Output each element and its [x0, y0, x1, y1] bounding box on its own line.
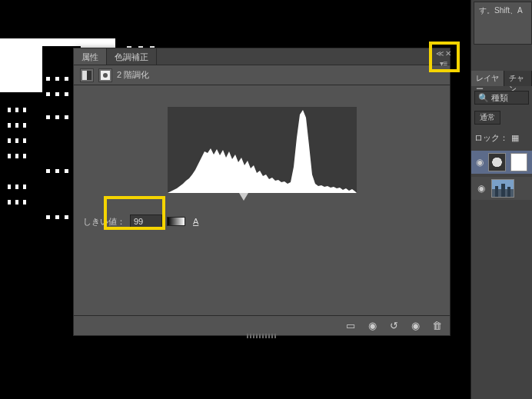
svg-rect-24	[23, 200, 26, 204]
svg-rect-35	[55, 169, 59, 173]
svg-rect-8	[15, 108, 18, 112]
svg-rect-16	[8, 154, 11, 158]
view-previous-icon[interactable]: ◉	[365, 319, 379, 333]
svg-rect-19	[8, 185, 11, 189]
tab-channels[interactable]: チャン	[504, 71, 532, 86]
svg-rect-21	[23, 185, 26, 189]
layer-filter-label: 種類	[491, 92, 508, 104]
svg-rect-22	[8, 200, 11, 204]
layer-row-background[interactable]: ◉	[471, 177, 532, 200]
svg-rect-32	[55, 115, 59, 119]
svg-rect-7	[8, 108, 11, 112]
visibility-icon[interactable]: ◉	[408, 319, 422, 333]
svg-rect-12	[23, 123, 26, 128]
svg-rect-14	[15, 138, 18, 143]
svg-rect-57	[507, 187, 510, 197]
svg-rect-27	[65, 77, 68, 81]
svg-rect-33	[65, 115, 68, 119]
adjustment-thumb-icon	[488, 153, 505, 171]
mask-icon[interactable]	[98, 68, 112, 82]
svg-rect-30	[65, 92, 68, 96]
slider-thumb-icon[interactable]	[239, 193, 248, 201]
svg-rect-37	[46, 215, 50, 219]
threshold-label: しきい値：	[83, 216, 125, 228]
panel-collapse-icon[interactable]: ≪ ✕	[436, 49, 452, 58]
properties-panel: 属性 色調補正 2 階調化 しきい値： A ▭ ◉ ↺ ◉ 🗑	[73, 48, 451, 336]
svg-rect-39	[65, 215, 68, 219]
svg-rect-49	[82, 71, 87, 80]
tooltip-fragment: す。Shift、A	[474, 2, 532, 45]
svg-rect-9	[23, 108, 26, 112]
adjustment-type-icon	[80, 68, 94, 82]
tab-properties[interactable]: 属性	[74, 48, 107, 65]
svg-rect-25	[46, 77, 50, 81]
threshold-input[interactable]	[130, 214, 162, 228]
svg-rect-20	[15, 185, 18, 189]
mask-thumb-icon	[510, 153, 527, 171]
search-icon: 🔍	[478, 93, 489, 103]
svg-rect-29	[55, 92, 59, 96]
trash-icon[interactable]: 🗑	[430, 319, 444, 333]
image-thumb-icon	[491, 179, 514, 198]
threshold-slider[interactable]	[168, 193, 357, 204]
svg-rect-23	[15, 200, 18, 204]
svg-rect-18	[23, 154, 26, 158]
eye-icon[interactable]: ◉	[476, 183, 487, 194]
clip-to-layer-icon[interactable]: ▭	[344, 319, 357, 333]
svg-rect-56	[501, 184, 505, 197]
svg-rect-50	[87, 71, 91, 80]
panel-controls: ≪ ✕ ▾≡	[434, 46, 454, 71]
layers-panel-tabs: レイヤー チャン	[471, 71, 532, 86]
svg-rect-11	[15, 123, 18, 128]
layer-row-threshold[interactable]: ◉	[471, 151, 532, 174]
lock-label: ロック：	[474, 132, 508, 144]
adjustment-title: 2 階調化	[117, 69, 149, 81]
svg-rect-55	[495, 186, 498, 197]
lock-pixels-icon[interactable]: ▦	[511, 133, 519, 143]
panel-resize-grip[interactable]	[247, 334, 278, 338]
svg-rect-34	[46, 169, 50, 173]
auto-button[interactable]: A	[193, 217, 198, 226]
tab-color-correction[interactable]: 色調補正	[107, 48, 157, 65]
right-dock: す。Shift、A レイヤー チャン 🔍 種類 通常 ロック： ▦ ◉ ◉	[470, 0, 532, 399]
tab-layers[interactable]: レイヤー	[471, 71, 504, 86]
svg-rect-17	[15, 154, 18, 158]
svg-rect-15	[23, 138, 26, 143]
eye-icon[interactable]: ◉	[476, 157, 484, 168]
threshold-histogram	[168, 107, 357, 193]
blend-mode-select[interactable]: 通常	[474, 111, 500, 125]
svg-rect-31	[46, 115, 50, 119]
panel-menu-icon[interactable]: ▾≡	[440, 59, 448, 68]
svg-point-52	[103, 73, 108, 78]
svg-rect-36	[65, 169, 68, 173]
svg-rect-13	[8, 138, 11, 143]
layer-filter-select[interactable]: 🔍 種類	[474, 91, 529, 105]
svg-rect-28	[46, 92, 50, 96]
svg-rect-10	[8, 123, 11, 128]
reset-icon[interactable]: ↺	[387, 319, 401, 333]
svg-rect-26	[55, 77, 59, 81]
gradient-icon	[167, 217, 185, 226]
svg-rect-38	[55, 215, 59, 219]
